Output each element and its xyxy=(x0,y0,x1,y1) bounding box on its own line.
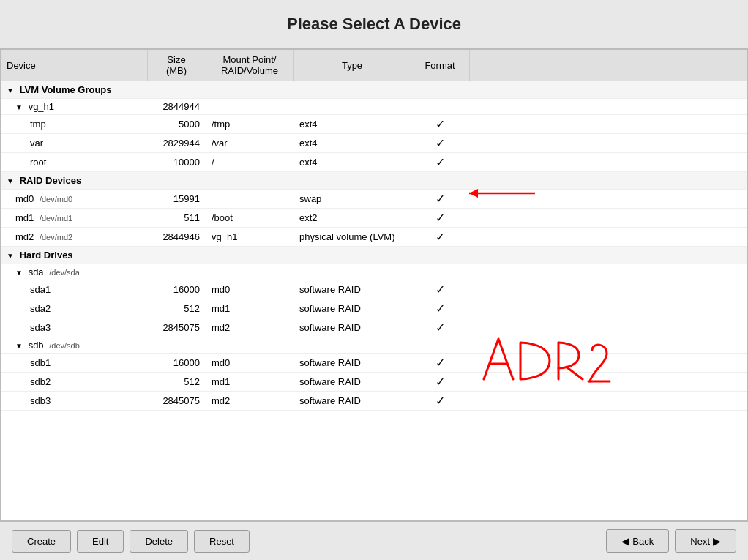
col-size: Size(MB) xyxy=(147,50,206,81)
md2-device: md2 /dev/md2 xyxy=(1,228,147,247)
row-sdb1[interactable]: sdb1 16000 md0 software RAID ✓ xyxy=(1,354,747,373)
sdb3-type: software RAID xyxy=(293,392,411,411)
raid-label: RAID Devices xyxy=(20,175,82,186)
main-content: Device Size(MB) Mount Point/RAID/Volume … xyxy=(0,49,748,521)
next-arrow-icon: ▶ xyxy=(713,535,721,547)
row-md2[interactable]: md2 /dev/md2 2844946 vg_h1 physical volu… xyxy=(1,228,747,247)
row-sdb3[interactable]: sdb3 2845075 md2 software RAID ✓ xyxy=(1,392,747,411)
sdb-size xyxy=(147,337,206,354)
sda2-size: 512 xyxy=(147,299,206,318)
sdb-mount xyxy=(206,337,293,354)
row-md1[interactable]: md1 /dev/md1 511 /boot ext2 ✓ xyxy=(1,209,747,228)
row-var[interactable]: var 2829944 /var ext4 ✓ xyxy=(1,134,747,153)
svg-line-4 xyxy=(568,368,583,379)
sdb2-type: software RAID xyxy=(293,373,411,392)
hd-label: Hard Drives xyxy=(20,250,73,261)
sda3-device: sda3 xyxy=(1,318,147,337)
md1-mount: /boot xyxy=(206,209,293,228)
sdb-type xyxy=(293,337,411,354)
col-type: Type xyxy=(293,50,411,81)
md0-size: 15991 xyxy=(147,190,206,209)
md0-device: md0 /dev/md0 xyxy=(1,190,147,209)
sda1-mount: md0 xyxy=(206,280,293,299)
delete-button[interactable]: Delete xyxy=(130,530,188,553)
sda1-type: software RAID xyxy=(293,280,411,299)
sda2-type: software RAID xyxy=(293,299,411,318)
sda-type xyxy=(293,264,411,280)
row-md0[interactable]: md0 /dev/md0 15991 swap ✓ xyxy=(1,190,747,209)
md2-type: physical volume (LVM) xyxy=(293,228,411,247)
root-device: root xyxy=(1,153,147,172)
sda2-mount: md1 xyxy=(206,299,293,318)
tmp-device: tmp xyxy=(1,115,147,134)
md1-size: 511 xyxy=(147,209,206,228)
sdb1-size: 16000 xyxy=(147,354,206,373)
sdb2-device: sdb2 xyxy=(1,373,147,392)
expand-hd-icon[interactable]: ▼ xyxy=(7,252,15,260)
back-arrow-icon: ◀ xyxy=(621,535,629,547)
sdb1-device: sdb1 xyxy=(1,354,147,373)
sda-size xyxy=(147,264,206,280)
sdb-label: sdb /dev/sdb xyxy=(29,340,80,351)
vg_h1-format xyxy=(411,99,469,115)
back-button[interactable]: ◀ Back xyxy=(606,529,669,553)
vg_h1-label: vg_h1 xyxy=(29,101,54,112)
md2-mount: vg_h1 xyxy=(206,228,293,247)
md1-format: ✓ xyxy=(411,209,469,228)
sda-format xyxy=(411,264,469,280)
md2-format: ✓ xyxy=(411,228,469,247)
sda-label: sda /dev/sda xyxy=(29,266,80,277)
var-format: ✓ xyxy=(411,134,469,153)
sda-mount xyxy=(206,264,293,280)
var-size: 2829944 xyxy=(147,134,206,153)
row-sda2[interactable]: sda2 512 md1 software RAID ✓ xyxy=(1,299,747,318)
md2-size: 2844946 xyxy=(147,228,206,247)
adr2-annotation xyxy=(469,354,747,373)
svg-marker-1 xyxy=(469,189,478,198)
arrow-annotation xyxy=(469,182,557,204)
expand-sdb-icon[interactable]: ▼ xyxy=(15,342,24,350)
edit-button[interactable]: Edit xyxy=(77,530,124,553)
sdb1-mount: md0 xyxy=(206,354,293,373)
tmp-type: ext4 xyxy=(293,115,411,134)
var-mount: /var xyxy=(206,134,293,153)
vg_h1-mount xyxy=(206,99,293,115)
sda3-size: 2845075 xyxy=(147,318,206,337)
col-device: Device xyxy=(1,50,147,81)
sdb-format xyxy=(411,337,469,354)
tmp-mount: /tmp xyxy=(206,115,293,134)
group-lvm: ▼ LVM Volume Groups xyxy=(1,81,747,99)
next-label: Next xyxy=(690,536,710,547)
md0-type: swap xyxy=(293,190,411,209)
sdb3-device: sdb3 xyxy=(1,392,147,411)
next-button[interactable]: Next ▶ xyxy=(675,529,736,553)
expand-lvm-icon[interactable]: ▼ xyxy=(7,86,15,94)
lvm-label: LVM Volume Groups xyxy=(20,84,112,95)
reset-button[interactable]: Reset xyxy=(194,530,250,553)
md1-type: ext2 xyxy=(293,209,411,228)
expand-raid-icon[interactable]: ▼ xyxy=(7,177,15,185)
sda1-size: 16000 xyxy=(147,280,206,299)
md1-device: md1 /dev/md1 xyxy=(1,209,147,228)
row-sda1[interactable]: sda1 16000 md0 software RAID ✓ xyxy=(1,280,747,299)
sda1-format: ✓ xyxy=(411,280,469,299)
bottom-action-bar: Create Edit Delete Reset ◀ Back Next ▶ xyxy=(0,521,748,560)
expand-sda-icon[interactable]: ▼ xyxy=(15,269,24,277)
row-root[interactable]: root 10000 / ext4 ✓ xyxy=(1,153,747,172)
tmp-format: ✓ xyxy=(411,115,469,134)
root-format: ✓ xyxy=(411,153,469,172)
col-mount: Mount Point/RAID/Volume xyxy=(206,50,293,81)
group-harddrives: ▼ Hard Drives xyxy=(1,247,747,264)
expand-vg_h1-icon[interactable]: ▼ xyxy=(15,103,24,111)
sda3-format: ✓ xyxy=(411,318,469,337)
row-tmp[interactable]: tmp 5000 /tmp ext4 ✓ xyxy=(1,115,747,134)
sdb3-mount: md2 xyxy=(206,392,293,411)
sdb2-size: 512 xyxy=(147,373,206,392)
sda2-format: ✓ xyxy=(411,299,469,318)
group-raid: ▼ RAID Devices xyxy=(1,172,747,190)
var-device: var xyxy=(1,134,147,153)
subgroup-sda: ▼ sda /dev/sda xyxy=(1,264,747,280)
create-button[interactable]: Create xyxy=(12,530,71,553)
root-mount: / xyxy=(206,153,293,172)
sdb2-format: ✓ xyxy=(411,373,469,392)
